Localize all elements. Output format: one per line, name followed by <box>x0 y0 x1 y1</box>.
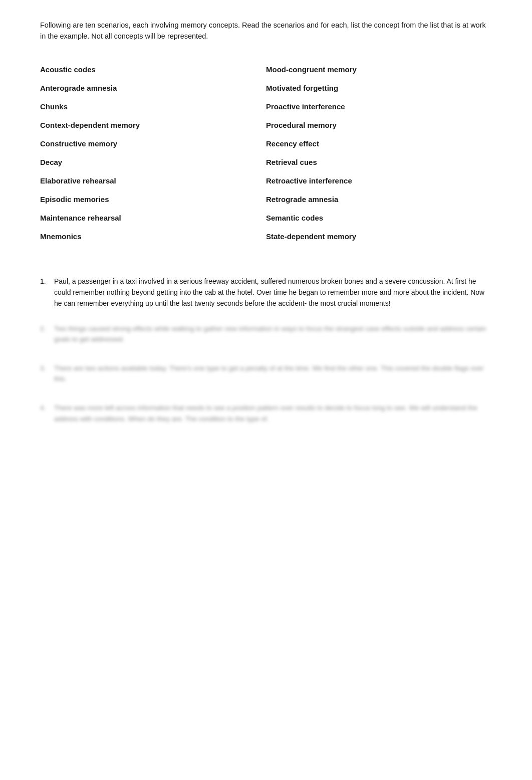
concept-recency-effect: Recency effect <box>266 134 492 153</box>
concept-anterograde-amnesia: Anterograde amnesia <box>40 79 266 97</box>
left-column: Acoustic codes Anterograde amnesia Chunk… <box>40 60 266 246</box>
concept-mnemonics: Mnemonics <box>40 227 266 246</box>
concept-retrieval-cues: Retrieval cues <box>266 153 492 171</box>
concept-state-dependent-memory: State-dependent memory <box>266 227 492 246</box>
scenario-3-text: There are two actions available today. T… <box>54 363 492 384</box>
scenario-4: 4. There was more left across informatio… <box>40 403 492 424</box>
concept-context-dependent-memory: Context-dependent memory <box>40 116 266 134</box>
concept-decay: Decay <box>40 153 266 171</box>
concept-semantic-codes: Semantic codes <box>266 209 492 227</box>
concept-episodic-memories: Episodic memories <box>40 190 266 209</box>
intro-paragraph: Following are ten scenarios, each involv… <box>40 20 492 42</box>
concept-elaborative-rehearsal: Elaborative rehearsal <box>40 171 266 190</box>
concept-motivated-forgetting: Motivated forgetting <box>266 79 492 97</box>
right-column: Mood-congruent memory Motivated forgetti… <box>266 60 492 246</box>
scenario-3-number: 3. <box>40 363 50 374</box>
scenario-2: 2. Two things caused strong effects whil… <box>40 323 492 345</box>
concept-retroactive-interference: Retroactive interference <box>266 171 492 190</box>
concept-procedural-memory: Procedural memory <box>266 116 492 134</box>
scenario-2-number: 2. <box>40 323 50 334</box>
concept-retrograde-amnesia: Retrograde amnesia <box>266 190 492 209</box>
concept-mood-congruent-memory: Mood-congruent memory <box>266 60 492 79</box>
scenario-1-text: Paul, a passenger in a taxi involved in … <box>54 276 492 309</box>
concept-proactive-interference: Proactive interference <box>266 97 492 116</box>
scenario-1: 1. Paul, a passenger in a taxi involved … <box>40 276 492 309</box>
concept-constructive-memory: Constructive memory <box>40 134 266 153</box>
scenarios-section: 1. Paul, a passenger in a taxi involved … <box>40 276 492 425</box>
concept-chunks: Chunks <box>40 97 266 116</box>
scenario-4-number: 4. <box>40 403 50 414</box>
concepts-grid: Acoustic codes Anterograde amnesia Chunk… <box>40 60 492 246</box>
scenario-2-text: Two things caused strong effects while w… <box>54 323 492 345</box>
concept-maintenance-rehearsal: Maintenance rehearsal <box>40 209 266 227</box>
scenario-1-number: 1. <box>40 276 50 287</box>
scenario-3: 3. There are two actions available today… <box>40 363 492 384</box>
concept-acoustic-codes: Acoustic codes <box>40 60 266 79</box>
scenario-4-text: There was more left across information t… <box>54 403 492 424</box>
